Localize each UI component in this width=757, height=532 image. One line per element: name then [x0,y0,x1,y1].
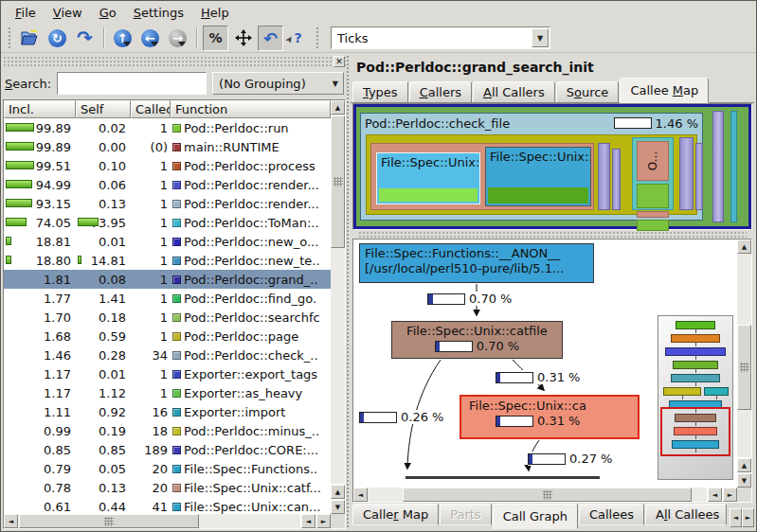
table-row[interactable]: 99.890.021Pod::Perldoc::run [4,118,331,137]
menu-view[interactable]: View [45,3,91,23]
tab-scroll-right-icon[interactable] [742,508,754,527]
column-header-called[interactable]: Called [131,100,171,118]
table-row[interactable]: 1.680.591Pod::Perldoc::page [4,327,331,346]
scroll-thumb[interactable] [403,488,692,502]
event-type-combobox[interactable]: Ticks [331,27,550,49]
menu-go[interactable]: Go [91,3,125,23]
call-graph-canvas[interactable]: File::Spec::Functions::__ANON__ [/usr/lo… [353,239,737,488]
scroll-left-icon[interactable] [301,514,315,528]
graph-overview-minimap[interactable] [658,315,733,480]
treemap-canonpath-right[interactable]: File::Spec::Unix::canonpath [485,147,591,206]
menu-file[interactable]: File [7,3,45,23]
table-row[interactable]: 0.990.1918Pod::Perldoc::minus_.. [4,421,331,440]
redo-button[interactable] [72,26,98,51]
tab-call-graph[interactable]: Call Graph [493,504,578,529]
scroll-right-icon[interactable] [723,488,737,502]
treemap-block[interactable] [637,184,669,208]
table-horizontal-scrollbar[interactable] [4,514,331,528]
treemap-block[interactable] [612,149,621,210]
toolbar-grip[interactable] [315,27,320,49]
table-row[interactable]: 1.170.011Exporter::export_tags [4,364,331,383]
pane-splitter[interactable] [358,231,747,238]
reload-button[interactable] [45,26,70,51]
treemap-block[interactable] [695,143,703,210]
table-vertical-scrollbar[interactable] [331,100,345,514]
table-row[interactable]: 18.8014.811Pod::Perldoc::new_te.. [4,251,331,270]
treemap-sub-block[interactable]: File::Spec::Unix::canonpath File::Spec::… [370,143,594,210]
scroll-up-icon[interactable] [331,100,345,115]
tab-callers[interactable]: Callers [409,81,472,103]
treemap-leaf-block[interactable] [488,187,588,204]
scroll-thumb[interactable] [19,514,199,528]
table-row[interactable]: 18.810.011Pod::Perldoc::new_o... [4,232,331,251]
scroll-up-icon[interactable] [737,458,751,472]
scroll-down-icon[interactable] [331,500,345,514]
treemap-block[interactable] [712,111,724,222]
treemap-leaf-block[interactable] [379,188,478,202]
graph-callee-summary-bar[interactable] [406,476,600,479]
relative-percent-toggle[interactable]: % [203,26,228,51]
chevron-down-icon[interactable] [532,28,549,47]
column-header-function[interactable]: Function [171,100,331,118]
scroll-left-icon[interactable] [353,488,368,502]
tab-all-callers[interactable]: All Callers [473,81,555,103]
treemap-sub-block[interactable]: File::Spec::Unix::canonpath File::Spec::… [366,134,697,215]
table-row[interactable]: 1.700.181Pod::Perldoc::searchfc [4,308,331,327]
table-row[interactable]: 0.790.0520File::Spec::Functions.. [4,459,331,478]
grouping-combobox[interactable]: (No Grouping) [212,72,344,95]
scroll-left-icon[interactable] [4,514,18,528]
table-row[interactable]: 93.150.131Pod::Perldoc::render... [4,194,331,213]
scroll-up-icon[interactable] [737,239,751,254]
toolbar-grip[interactable] [8,27,12,49]
table-row[interactable]: 0.850.85189Pod::Perldoc::CORE:... [4,440,331,459]
treemap-block[interactable] [637,220,669,231]
table-row[interactable]: 0.780.1320File::Spec::Unix::catf... [4,478,331,497]
scroll-thumb[interactable] [737,325,751,410]
tab-all-callees[interactable]: All Callees [645,504,727,525]
table-row[interactable]: 99.510.101Pod::Perldoc::process [4,156,331,175]
go-up-button[interactable] [110,26,135,51]
treemap-block[interactable] [637,211,669,218]
table-row[interactable]: 74.0573.951Pod::Perldoc::ToMan:.. [4,213,331,232]
open-file-button[interactable] [17,26,43,51]
scroll-down-icon[interactable] [737,473,751,488]
table-row[interactable]: 94.990.061Pod::Perldoc::render... [4,175,331,194]
dock-handle[interactable] [3,56,346,68]
search-input[interactable] [57,72,207,95]
graph-vertical-scrollbar[interactable] [737,239,751,488]
treemap-block[interactable] [730,111,737,222]
minimap-viewport[interactable] [660,407,730,456]
tab-callees[interactable]: Callees [579,504,644,525]
menu-help[interactable]: Help [192,3,238,23]
graph-node-catfile[interactable]: File::Spec::Unix::catfile 0.70 % [391,321,563,359]
whats-this-button[interactable]: ? [285,26,311,51]
scroll-up-icon[interactable] [331,485,345,499]
tab-callee-map[interactable]: Callee Map [620,78,709,103]
callee-map[interactable]: Pod::Perldoc::check_file 1.46 % File::Sp… [352,103,752,230]
go-back-button[interactable] [137,26,163,51]
column-header-self[interactable]: Self [76,100,131,118]
treemap-block[interactable]: O... [632,137,674,210]
tab-caller-map[interactable]: Caller Map [352,504,439,525]
table-row[interactable]: 99.890.00(0)main::RUNTIME [4,137,331,156]
close-icon[interactable] [333,56,345,67]
tab-source[interactable]: Source [556,81,620,103]
table-row[interactable]: 1.460.2834Pod::Perldoc::check_.. [4,346,331,364]
graph-node-anon[interactable]: File::Spec::Functions::__ANON__ [/usr/lo… [359,243,594,283]
table-row[interactable]: 1.171.121Exporter::as_heavy [4,383,331,402]
scroll-right-icon[interactable] [316,514,331,528]
treemap-canonpath-left[interactable]: File::Spec::Unix::canonpath [376,152,480,204]
table-row[interactable]: 0.610.4441File::Spec::Unix::can... [4,497,331,514]
column-header-incl[interactable]: Incl. [4,100,76,118]
treemap-check-file-block[interactable]: Pod::Perldoc::check_file 1.46 % File::Sp… [360,113,703,221]
tab-types[interactable]: Types [352,81,408,103]
treemap-block-rotated[interactable]: O... [637,141,669,181]
scroll-thumb[interactable] [331,115,345,248]
treemap-background-block[interactable]: Pod::Perldoc::check_file 1.46 % File::Sp… [356,107,748,226]
graph-horizontal-scrollbar[interactable] [353,488,737,502]
graph-node-selected[interactable]: File::Spec::Unix::ca 0.31 % [460,395,640,439]
table-row[interactable]: 1.110.9216Exporter::import [4,402,331,421]
go-forward-button[interactable] [165,26,190,51]
tab-scroll-left-icon[interactable] [730,508,742,527]
treemap-block[interactable] [679,137,694,210]
